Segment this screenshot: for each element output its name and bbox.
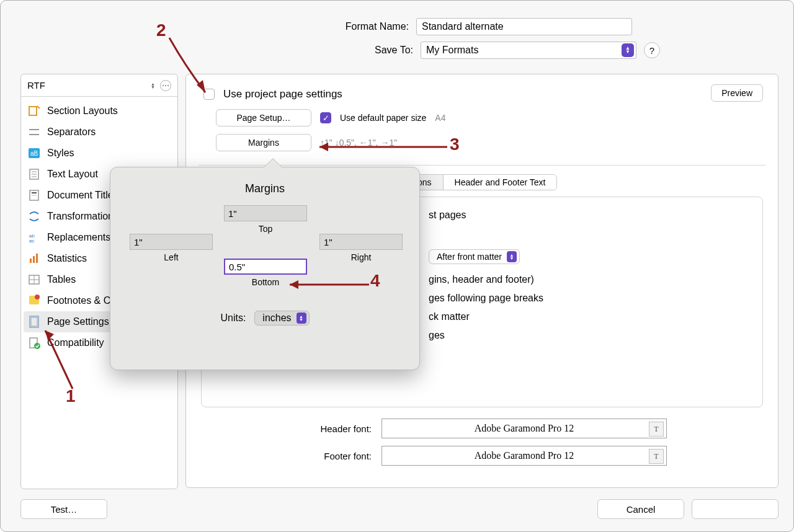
svg-point-26	[34, 343, 40, 349]
sidebar-item[interactable]: aBStyles	[21, 143, 177, 164]
units-select[interactable]: inches ▲▼	[254, 311, 309, 326]
sidebar-item-label: Separators	[47, 126, 96, 138]
sidebar-icon	[27, 336, 41, 350]
sidebar-icon	[27, 188, 41, 202]
svg-rect-16	[33, 256, 35, 263]
save-to-select[interactable]: ▲▼	[421, 42, 636, 59]
header-font-label: Header font:	[297, 423, 372, 434]
hf-tabs: ons Header and Footer Text	[406, 174, 557, 190]
sidebar-icon	[27, 125, 41, 139]
save-to-row: Save To: ▲▼ ?	[1, 42, 793, 59]
svg-text:ac: ac	[29, 238, 34, 244]
default-paper-checkbox[interactable]: ✓	[320, 112, 331, 123]
sidebar-item-label: Statistics	[47, 253, 87, 264]
body-line: gins, header and footer)	[429, 274, 750, 285]
default-paper-label: Use default paper size	[340, 113, 426, 123]
preview-button[interactable]: Preview	[711, 84, 763, 102]
use-project-page-settings-checkbox[interactable]	[203, 89, 215, 100]
margin-left-input[interactable]	[130, 234, 213, 250]
sidebar-header: RTF ▲▼ ⋯	[21, 74, 177, 97]
format-type-label[interactable]: RTF	[27, 80, 45, 91]
sidebar-item-label: Styles	[47, 148, 74, 159]
margin-bottom-input[interactable]	[224, 259, 307, 275]
sidebar-icon: aB	[27, 146, 41, 160]
sidebar-item-label: Text Layout	[47, 169, 98, 180]
sidebar-icon	[27, 252, 41, 265]
body-line: ges following page breaks	[429, 293, 750, 304]
svg-text:aB: aB	[30, 150, 38, 157]
sidebar-item-label: Compatibility	[47, 337, 104, 348]
sidebar-item[interactable]: Section Layouts	[21, 100, 177, 122]
help-button[interactable]: ?	[644, 42, 660, 58]
sidebar-icon	[27, 294, 41, 308]
svg-rect-17	[36, 254, 38, 263]
margins-button[interactable]: Margins	[216, 134, 311, 151]
chevron-updown-icon[interactable]: ▲▼	[151, 82, 155, 89]
save-button[interactable]: Save	[692, 499, 778, 519]
chevron-updown-icon: ▲▼	[507, 251, 517, 262]
sidebar-icon	[27, 315, 41, 329]
sidebar-icon	[27, 167, 41, 181]
dialog-footer: Test… Cancel Save	[20, 499, 778, 519]
header-font-field[interactable]: Adobe Garamond Pro 12 T	[381, 419, 667, 438]
margin-top-label: Top	[222, 224, 309, 234]
format-name-input[interactable]	[416, 18, 632, 35]
svg-rect-24	[31, 317, 37, 326]
svg-rect-15	[30, 259, 32, 263]
margin-right-label: Right	[318, 252, 404, 262]
margin-left-label: Left	[128, 252, 215, 262]
font-picker-icon[interactable]: T	[649, 422, 664, 437]
use-project-page-settings-label: Use project page settings	[223, 88, 342, 100]
page-number-start-select[interactable]: After front matter ▲▼	[429, 249, 520, 264]
sidebar-icon	[27, 104, 41, 118]
sidebar-item-label: Tables	[47, 274, 76, 285]
sidebar-icon: abac	[27, 231, 41, 244]
margin-bottom-label: Bottom	[222, 277, 309, 287]
font-picker-icon[interactable]: T	[649, 449, 664, 464]
cancel-button[interactable]: Cancel	[597, 499, 684, 519]
sidebar-item-label: Page Settings	[47, 316, 109, 327]
body-line: ck matter	[429, 311, 750, 322]
chevron-updown-icon: ▲▼	[297, 313, 306, 324]
sidebar-icon	[27, 273, 41, 286]
units-label: Units:	[220, 313, 246, 324]
test-button[interactable]: Test…	[20, 499, 107, 519]
default-paper-size: A4	[435, 113, 445, 123]
tab-header-footer-text[interactable]: Header and Footer Text	[444, 175, 557, 190]
compile-dialog: Format Name: Save To: ▲▼ ? RTF ▲▼ ⋯ Sect…	[0, 0, 794, 532]
margins-summary: ↑1" ↓0.5", ←1", →1"	[320, 138, 397, 148]
svg-point-22	[35, 295, 40, 299]
margin-grid: Top Left Right Bottom	[110, 205, 419, 311]
format-name-row: Format Name:	[1, 18, 793, 35]
page-setup-button[interactable]: Page Setup…	[216, 109, 311, 126]
format-name-label: Format Name:	[130, 21, 409, 32]
sidebar-item-label: Replacements	[47, 232, 110, 243]
sidebar-icon	[27, 210, 41, 223]
body-line: st pages	[429, 210, 750, 221]
margins-popover: Margins Top Left Right Bottom Units: inc	[110, 167, 420, 370]
more-icon[interactable]: ⋯	[160, 80, 171, 91]
sidebar-item-label: Section Layouts	[47, 105, 118, 117]
svg-line-1	[37, 106, 40, 109]
svg-rect-0	[29, 107, 37, 115]
footer-font-field[interactable]: Adobe Garamond Pro 12 T	[381, 446, 667, 466]
popover-title: Margins	[110, 182, 419, 195]
save-to-label: Save To:	[134, 45, 413, 56]
margin-top-input[interactable]	[224, 205, 307, 221]
margin-right-input[interactable]	[319, 234, 403, 250]
sidebar-item-label: Transformations	[47, 211, 118, 222]
chevron-updown-icon: ▲▼	[622, 43, 634, 57]
body-line: ges	[429, 330, 750, 341]
sidebar-item[interactable]: Separators	[21, 122, 177, 143]
footer-font-label: Footer font:	[297, 451, 372, 461]
